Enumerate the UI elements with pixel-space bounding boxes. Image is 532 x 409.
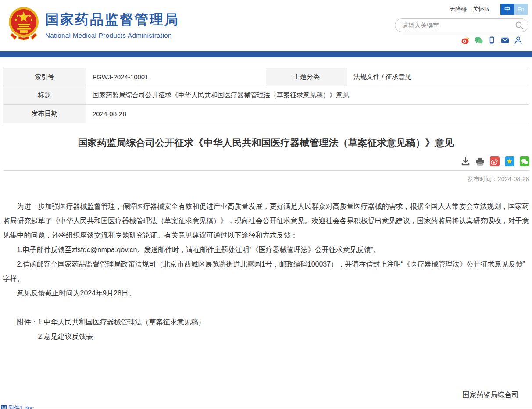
meta-label-pubdate: 发布日期 bbox=[3, 105, 86, 123]
publish-time: 发布时间：2024-08-28 bbox=[3, 175, 529, 183]
download-icon[interactable] bbox=[461, 157, 470, 166]
attachments-label: 附件： bbox=[17, 315, 38, 344]
meta-value-pubdate: 2024-08-28 bbox=[86, 105, 529, 123]
care-version-link[interactable]: 关怀版 bbox=[473, 5, 490, 13]
table-row: 索引号 FGWJ-2024-10001 主题分类 法规文件 / 征求意见 bbox=[3, 68, 529, 86]
share-qzone-icon[interactable]: ★ bbox=[505, 156, 514, 166]
header-social-icons bbox=[461, 36, 522, 44]
footer-attachment-label[interactable]: 附件1.doc bbox=[8, 404, 34, 409]
wechat-icon[interactable] bbox=[475, 36, 483, 44]
paragraph-feedback-email: 1.电子邮件反馈至zfsfgc@nmpa.gov.cn。发送邮件时，请在邮件主题… bbox=[3, 242, 529, 257]
search-input[interactable] bbox=[402, 22, 515, 29]
signature-block: 国家药监局综合司 2024年8月26日 bbox=[3, 388, 529, 409]
meta-value-index: FGWJ-2024-10001 bbox=[86, 68, 266, 86]
page: { "top_bar": { "accessibility": "无障碍", "… bbox=[0, 0, 532, 409]
lang-en-button[interactable]: En bbox=[514, 4, 528, 15]
paragraph-feedback-mail: 2.信函邮寄至国家药品监督管理局政策法规司（北京市西城区展览路街道北露园1号，邮… bbox=[3, 257, 529, 286]
attachment-link-1[interactable]: 1.中华人民共和国医疗器械管理法（草案征求意见稿） bbox=[38, 315, 205, 329]
table-row: 标题 国家药监局综合司公开征求《中华人民共和国医疗器械管理法（草案征求意见稿）》… bbox=[3, 86, 529, 105]
site-name-english: National Medical Products Administration bbox=[45, 32, 179, 39]
paragraph-deadline: 意见反馈截止时间为2024年9月28日。 bbox=[3, 286, 529, 300]
document-meta-table: 索引号 FGWJ-2024-10001 主题分类 法规文件 / 征求意见 标题 … bbox=[3, 68, 529, 123]
meta-value-title: 国家药监局综合司公开征求《中华人民共和国医疗器械管理法（草案征求意见稿）》意见 bbox=[86, 86, 529, 105]
language-switcher: 中 En bbox=[500, 4, 528, 15]
footer-attachment-link[interactable]: W 附件1.doc bbox=[1, 404, 34, 409]
national-emblem-logo bbox=[8, 6, 39, 40]
site-title-block: 国家药品监督管理局 National Medical Products Admi… bbox=[45, 11, 179, 39]
article-toolbar: ★ bbox=[3, 156, 529, 171]
table-row: 发布日期 2024-08-28 bbox=[3, 105, 529, 123]
site-header: 国家药品监督管理局 National Medical Products Admi… bbox=[0, 0, 532, 51]
word-doc-icon: W bbox=[1, 405, 7, 409]
search-icon[interactable] bbox=[515, 21, 524, 30]
page-title: 国家药监局综合司公开征求《中华人民共和国医疗器械管理法（草案征求意见稿）》意见 bbox=[3, 136, 529, 149]
attachment-link-2[interactable]: 2.意见建议反馈表 bbox=[38, 329, 205, 344]
attachments-list: 1.中华人民共和国医疗器械管理法（草案征求意见稿） 2.意见建议反馈表 bbox=[38, 315, 205, 344]
site-name: 国家药品监督管理局 bbox=[45, 11, 179, 29]
weibo-icon[interactable] bbox=[461, 36, 470, 44]
footer-divider bbox=[13, 408, 532, 408]
user-icon[interactable] bbox=[514, 36, 522, 44]
article-body: 为进一步加强医疗器械监督管理，保障医疗器械安全有效和促进产业高质量发展，更好满足… bbox=[3, 199, 529, 409]
lang-zh-button[interactable]: 中 bbox=[500, 4, 514, 15]
mobile-icon[interactable] bbox=[488, 36, 496, 44]
top-utility-bar: 无障碍 关怀版 中 En bbox=[450, 4, 528, 15]
attachments-block: 附件： 1.中华人民共和国医疗器械管理法（草案征求意见稿） 2.意见建议反馈表 bbox=[3, 315, 529, 344]
share-wechat-icon[interactable] bbox=[520, 156, 529, 166]
paragraph-intro: 为进一步加强医疗器械监督管理，保障医疗器械安全有效和促进产业高质量发展，更好满足… bbox=[3, 199, 529, 242]
print-icon[interactable] bbox=[475, 157, 485, 166]
signature-department: 国家药监局综合司 bbox=[3, 388, 519, 402]
meta-label-category: 主题分类 bbox=[266, 68, 347, 86]
share-weibo-icon[interactable] bbox=[490, 156, 500, 166]
meta-label-title: 标题 bbox=[3, 86, 86, 105]
search-box bbox=[395, 18, 528, 32]
meta-label-index: 索引号 bbox=[3, 68, 86, 86]
mail-icon[interactable] bbox=[501, 36, 509, 44]
meta-value-category: 法规文件 / 征求意见 bbox=[347, 68, 529, 86]
accessibility-link[interactable]: 无障碍 bbox=[450, 5, 467, 13]
header-divider-bar bbox=[0, 51, 532, 57]
